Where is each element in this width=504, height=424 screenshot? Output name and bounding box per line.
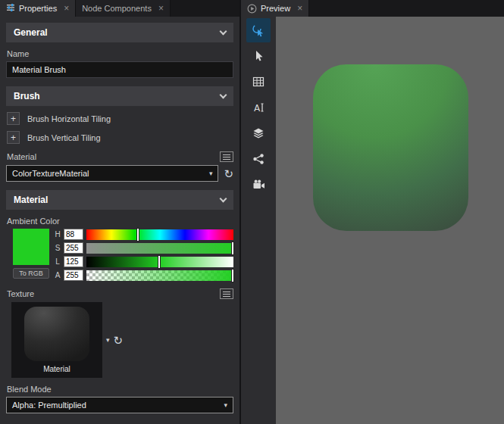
brush-horizontal-tiling-label: Brush Horizontal Tiling bbox=[27, 114, 111, 123]
color-swatch[interactable] bbox=[13, 229, 49, 265]
preview-body: A bbox=[241, 17, 504, 424]
hue-input[interactable] bbox=[64, 229, 83, 240]
close-icon[interactable]: × bbox=[64, 4, 69, 13]
name-label: Name bbox=[7, 49, 233, 58]
camera-tool-button[interactable] bbox=[246, 173, 271, 197]
properties-panel: Properties × Node Components × General N… bbox=[0, 0, 241, 424]
blend-mode-dropdown[interactable]: Alpha: Premultiplied ▾ bbox=[6, 397, 233, 413]
interact-tool-icon bbox=[252, 23, 265, 37]
add-property-button[interactable]: + bbox=[7, 131, 20, 144]
left-tabbar: Properties × Node Components × bbox=[0, 0, 239, 17]
alpha-row: A bbox=[55, 270, 233, 281]
layers-tool-button[interactable] bbox=[246, 121, 271, 145]
material-dropdown-value: ColorTextureMaterial bbox=[12, 169, 89, 178]
node-connections-tool-icon bbox=[252, 153, 265, 165]
section-general-title: General bbox=[14, 27, 48, 38]
texture-thumb-label: Material bbox=[43, 365, 70, 373]
section-brush[interactable]: Brush bbox=[6, 86, 233, 106]
tab-preview-label: Preview bbox=[261, 4, 290, 13]
name-input[interactable] bbox=[6, 61, 233, 78]
to-rgb-button[interactable]: To RGB bbox=[13, 268, 49, 279]
alpha-input[interactable] bbox=[64, 270, 83, 281]
text-tool-button[interactable]: A bbox=[246, 95, 271, 120]
preview-material-object bbox=[313, 64, 468, 231]
preview-toolbar: A bbox=[241, 17, 276, 424]
ambient-color-label: Ambient Color bbox=[7, 217, 233, 226]
layers-tool-icon bbox=[252, 127, 265, 139]
grid-tool-button[interactable] bbox=[246, 70, 271, 94]
close-icon[interactable]: × bbox=[158, 4, 164, 13]
section-material-title: Material bbox=[14, 195, 48, 205]
section-material[interactable]: Material bbox=[6, 190, 233, 210]
reset-icon[interactable]: ↻ bbox=[224, 168, 233, 179]
reset-icon[interactable]: ↻ bbox=[114, 335, 124, 346]
lightness-row: L bbox=[55, 256, 233, 267]
saturation-label: S bbox=[55, 244, 61, 252]
material-select-row: ColorTextureMaterial ▾ ↻ bbox=[6, 165, 233, 182]
material-label: Material bbox=[7, 152, 36, 161]
chevron-down-icon: ▾ bbox=[224, 401, 227, 409]
tab-node-components-label: Node Components bbox=[82, 4, 152, 13]
brush-horizontal-tiling-row: + Brush Horizontal Tiling bbox=[7, 112, 233, 125]
chevron-down-icon[interactable]: ▾ bbox=[106, 336, 110, 344]
slider-marker[interactable] bbox=[137, 229, 139, 241]
camera-tool-icon bbox=[252, 179, 265, 191]
alpha-label: A bbox=[55, 271, 61, 279]
open-editor-icon[interactable] bbox=[220, 151, 233, 162]
slider-marker[interactable] bbox=[232, 242, 233, 254]
properties-icon bbox=[6, 3, 15, 14]
texture-select-row: Material ▾ ↻ bbox=[11, 302, 233, 378]
open-editor-icon[interactable] bbox=[220, 288, 233, 299]
preview-canvas[interactable] bbox=[276, 17, 504, 424]
tab-properties-label: Properties bbox=[19, 4, 57, 13]
swatch-column: To RGB bbox=[13, 229, 49, 281]
hue-slider[interactable] bbox=[86, 229, 233, 240]
material-dropdown[interactable]: ColorTextureMaterial ▾ bbox=[6, 165, 218, 182]
material-label-row: Material bbox=[7, 151, 233, 162]
select-tool-button[interactable] bbox=[246, 44, 271, 68]
properties-body: General Name Brush + Brush Horizontal Ti… bbox=[0, 17, 239, 424]
grid-tool-icon bbox=[252, 76, 265, 88]
texture-label-row: Texture bbox=[7, 288, 233, 299]
alpha-slider[interactable] bbox=[86, 270, 233, 281]
preview-panel: Preview × bbox=[241, 0, 504, 424]
slider-marker[interactable] bbox=[232, 270, 233, 282]
brush-vertical-tiling-label: Brush Vertical Tiling bbox=[27, 133, 101, 142]
blend-mode-value: Alpha: Premultiplied bbox=[12, 401, 86, 410]
lightness-input[interactable] bbox=[64, 256, 83, 267]
chevron-down-icon bbox=[220, 195, 227, 202]
ambient-color-editor: To RGB H S L bbox=[13, 229, 233, 281]
close-icon[interactable]: × bbox=[297, 4, 302, 13]
color-channels: H S L A bbox=[55, 229, 233, 281]
tab-properties[interactable]: Properties × bbox=[0, 0, 76, 17]
saturation-row: S bbox=[55, 242, 233, 254]
texture-preview-image bbox=[24, 307, 89, 361]
brush-vertical-tiling-row: + Brush Vertical Tiling bbox=[7, 131, 233, 144]
app-window: Properties × Node Components × General N… bbox=[0, 0, 504, 424]
chevron-down-icon: ▾ bbox=[209, 170, 213, 177]
lightness-label: L bbox=[55, 257, 61, 266]
texture-thumbnail[interactable]: Material bbox=[11, 302, 102, 378]
chevron-down-icon bbox=[220, 27, 227, 35]
saturation-slider[interactable] bbox=[86, 243, 233, 254]
blend-mode-label: Blend Mode bbox=[7, 385, 233, 394]
interact-tool-button[interactable] bbox=[246, 18, 271, 42]
select-tool-icon bbox=[252, 50, 265, 62]
tab-node-components[interactable]: Node Components × bbox=[76, 0, 171, 17]
saturation-input[interactable] bbox=[64, 242, 83, 254]
node-connections-tool-button[interactable] bbox=[246, 147, 271, 171]
slider-marker[interactable] bbox=[158, 256, 160, 268]
hue-row: H bbox=[55, 229, 233, 240]
svg-text:A: A bbox=[254, 103, 261, 114]
texture-label: Texture bbox=[7, 289, 34, 298]
text-tool-icon: A bbox=[252, 101, 265, 114]
tab-preview[interactable]: Preview × bbox=[241, 0, 309, 17]
play-icon bbox=[247, 4, 257, 14]
section-general[interactable]: General bbox=[6, 23, 233, 42]
section-brush-title: Brush bbox=[14, 91, 40, 101]
hue-label: H bbox=[55, 230, 61, 238]
add-property-button[interactable]: + bbox=[7, 112, 20, 125]
lightness-slider[interactable] bbox=[86, 257, 233, 267]
chevron-down-icon bbox=[220, 91, 227, 98]
preview-tabbar: Preview × bbox=[241, 0, 504, 17]
